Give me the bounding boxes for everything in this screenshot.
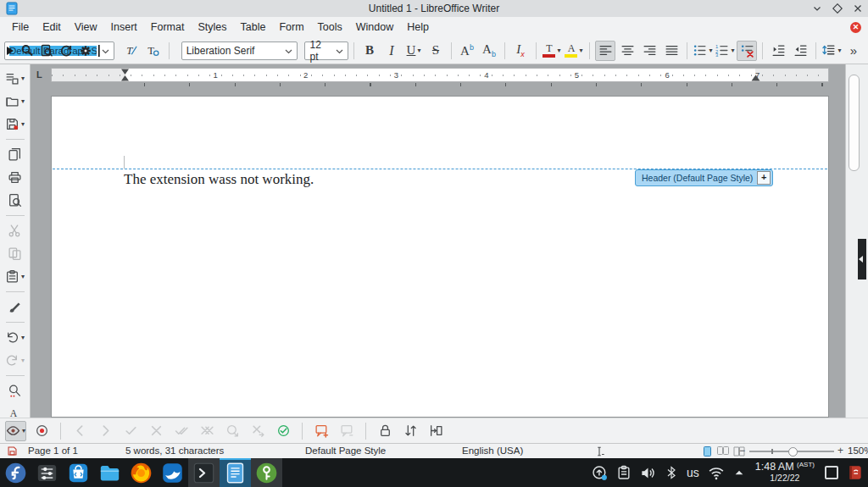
- horizontal-ruler[interactable]: 1234567: [51, 68, 829, 82]
- falkon-taskbar-button[interactable]: [157, 458, 188, 487]
- menu-window[interactable]: Window: [349, 19, 400, 36]
- dropdown-arrow-icon[interactable]: ▾: [579, 47, 582, 54]
- multi-page-view-button[interactable]: [716, 445, 730, 457]
- close-button[interactable]: [853, 3, 863, 14]
- clipboard-icon[interactable]: [616, 465, 632, 480]
- fedora-launcher-taskbar-button[interactable]: [0, 458, 31, 487]
- menu-format[interactable]: Format: [144, 19, 192, 36]
- italic-button[interactable]: I: [381, 41, 402, 61]
- red-book-icon[interactable]: [847, 463, 863, 482]
- tab-type-selector[interactable]: L: [36, 69, 42, 80]
- paragraph-style-combobox[interactable]: Default Paragraph Style: [4, 42, 114, 60]
- insert-mode-icon[interactable]: [593, 445, 605, 459]
- new-document-button[interactable]: ▾: [5, 69, 25, 89]
- reject-and-next-button[interactable]: [248, 421, 268, 441]
- menu-help[interactable]: Help: [400, 19, 436, 36]
- menu-edit[interactable]: Edit: [36, 19, 68, 36]
- word-count[interactable]: 5 words, 31 characters: [125, 445, 224, 456]
- expand-tray-icon[interactable]: [733, 467, 745, 479]
- zoom-in-button[interactable]: +: [837, 445, 843, 457]
- align-right-button[interactable]: [639, 41, 659, 61]
- show-comments-button[interactable]: [337, 421, 357, 441]
- ordered-list-button[interactable]: 123▾: [715, 41, 735, 61]
- underline-button[interactable]: U▾: [403, 41, 424, 61]
- menu-styles[interactable]: Styles: [191, 19, 233, 36]
- next-track-change-button[interactable]: [95, 421, 115, 441]
- dropdown-arrow-icon[interactable]: ▾: [21, 357, 25, 364]
- menu-table[interactable]: Table: [233, 19, 272, 36]
- menu-file[interactable]: File: [5, 19, 36, 36]
- dropdown-arrow-icon[interactable]: ▾: [731, 47, 734, 54]
- right-margin-marker-icon[interactable]: [751, 75, 760, 81]
- reject-all-track-changes-button[interactable]: [197, 421, 217, 441]
- software-updates-icon[interactable]: [592, 465, 608, 481]
- cut-button[interactable]: [5, 221, 25, 241]
- bluetooth-icon[interactable]: [665, 466, 678, 479]
- reject-track-change-button[interactable]: [146, 421, 166, 441]
- toolbar-overflow-button[interactable]: »: [843, 41, 864, 61]
- previous-track-change-button[interactable]: [70, 421, 90, 441]
- update-style-button[interactable]: T: [121, 41, 142, 61]
- increase-indent-button[interactable]: [768, 41, 788, 61]
- copy-button[interactable]: [5, 244, 25, 264]
- dropdown-arrow-icon[interactable]: ▾: [21, 334, 25, 341]
- header-tag[interactable]: Header (Default Page Style) +: [635, 169, 773, 186]
- vertical-scrollbar[interactable]: [845, 64, 868, 418]
- maximize-button[interactable]: [832, 3, 843, 14]
- system-settings-taskbar-button[interactable]: [31, 458, 63, 487]
- zoom-slider[interactable]: [749, 451, 834, 452]
- font-size-combobox[interactable]: 12 pt: [304, 42, 348, 60]
- volume-icon[interactable]: [640, 465, 656, 481]
- protect-changes-button[interactable]: [375, 421, 395, 441]
- file-manager-taskbar-button[interactable]: [94, 458, 125, 487]
- header-plus-button[interactable]: +: [757, 171, 771, 185]
- new-style-button[interactable]: T: [143, 41, 164, 61]
- language[interactable]: English (USA): [462, 445, 523, 456]
- dropdown-arrow-icon[interactable]: ▾: [837, 47, 841, 54]
- chevron-down-icon[interactable]: [280, 45, 292, 57]
- align-left-button[interactable]: [595, 41, 615, 61]
- menu-form[interactable]: Form: [272, 19, 310, 36]
- show-desktop-widget[interactable]: [825, 466, 838, 479]
- network-wifi-icon[interactable]: [708, 466, 725, 480]
- page-style[interactable]: Default Page Style: [305, 445, 386, 456]
- manage-track-changes-button[interactable]: [273, 421, 293, 441]
- open-file-button[interactable]: ▾: [5, 91, 25, 112]
- menu-insert[interactable]: Insert: [104, 19, 144, 36]
- dropdown-arrow-icon[interactable]: ▾: [709, 47, 712, 54]
- dropdown-arrow-icon[interactable]: ▾: [21, 97, 25, 105]
- dropdown-arrow-icon[interactable]: ▾: [21, 273, 25, 280]
- decrease-indent-button[interactable]: [790, 41, 810, 61]
- no-list-button[interactable]: [737, 41, 757, 61]
- print-button[interactable]: [5, 168, 25, 188]
- dropdown-arrow-icon[interactable]: ▾: [22, 427, 25, 434]
- accept-all-track-changes-button[interactable]: [171, 421, 192, 441]
- merge-documents-button[interactable]: [426, 421, 446, 441]
- show-track-changes-button[interactable]: ▾: [5, 421, 26, 441]
- dropdown-arrow-icon[interactable]: ▾: [417, 47, 420, 54]
- discover-store-taskbar-button[interactable]: [63, 458, 94, 487]
- font-name-combobox[interactable]: Liberation Serif: [181, 42, 298, 60]
- konsole-taskbar-button[interactable]: [188, 458, 220, 487]
- subscript-button[interactable]: Ab: [479, 41, 499, 61]
- align-justify-button[interactable]: [661, 41, 682, 61]
- accept-and-next-button[interactable]: [222, 421, 242, 441]
- indent-marker-icon[interactable]: [120, 69, 130, 81]
- save-button[interactable]: ▾: [5, 114, 25, 135]
- dropdown-arrow-icon[interactable]: ▾: [21, 75, 25, 82]
- menu-tools[interactable]: Tools: [311, 19, 349, 36]
- redo-button[interactable]: ▾: [5, 351, 25, 371]
- keepassxc-taskbar-button[interactable]: [251, 458, 282, 487]
- undo-button[interactable]: ▾: [5, 328, 25, 348]
- highlight-color-button[interactable]: A▾: [564, 41, 584, 61]
- chevron-down-icon[interactable]: [331, 45, 343, 57]
- clock-widget[interactable]: 1:48 AM (AST) 1/22/22: [755, 462, 815, 483]
- insert-comment-button[interactable]: [311, 421, 331, 441]
- page-count[interactable]: Page 1 of 1: [28, 445, 78, 456]
- keyboard-layout[interactable]: us: [687, 466, 699, 479]
- notification-badge-icon[interactable]: ✕: [850, 22, 861, 33]
- align-center-button[interactable]: [617, 41, 637, 61]
- print-preview-button[interactable]: [5, 191, 25, 211]
- save-status-icon[interactable]: [7, 445, 18, 458]
- strikethrough-button[interactable]: S: [426, 41, 446, 61]
